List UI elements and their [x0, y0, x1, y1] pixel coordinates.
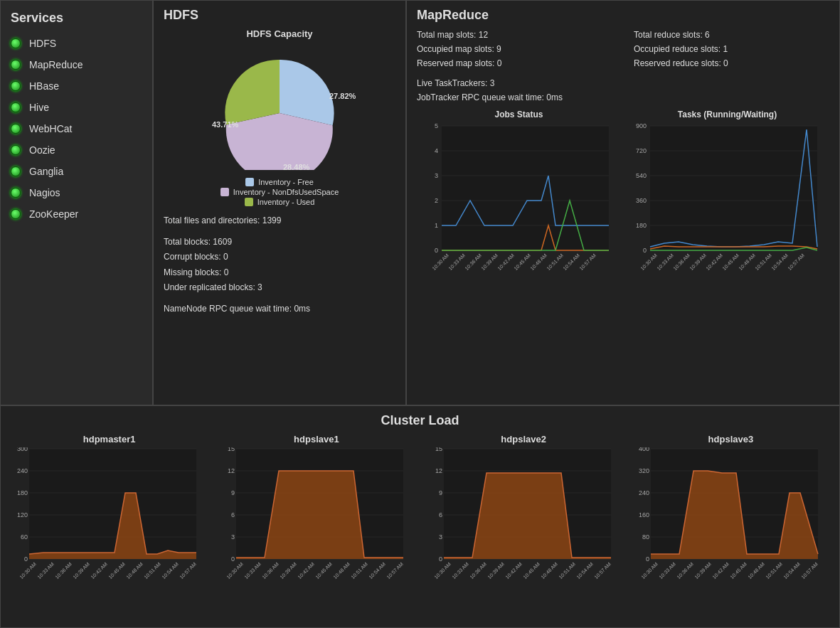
hdfs-pie-chart: 27.82% 43.71% 28.48% — [191, 42, 368, 170]
svg-text:10:30 AM: 10:30 AM — [18, 561, 37, 580]
sidebar-item-hdfs[interactable]: HDFS — [1, 33, 152, 54]
svg-text:10:30 AM: 10:30 AM — [433, 561, 452, 580]
sidebar-label-hdfs: HDFS — [29, 38, 56, 49]
mr-stat-total-reduce: Total reduce slots: 6 — [634, 28, 829, 41]
mr-stat-res-map: Reserved map slots: 0 — [417, 57, 612, 70]
hdfs-stat-files: Total files and directories: 1399 — [164, 213, 395, 229]
hdfs-stat-blocks: Total blocks: 1609 — [164, 235, 395, 250]
svg-text:180: 180 — [636, 222, 647, 229]
sidebar-item-oozie[interactable]: Oozie — [1, 139, 152, 161]
svg-text:10:45 AM: 10:45 AM — [315, 561, 334, 580]
svg-text:10:48 AM: 10:48 AM — [529, 252, 548, 271]
svg-text:9: 9 — [231, 489, 235, 496]
svg-text:10:36 AM: 10:36 AM — [469, 561, 487, 580]
svg-text:400: 400 — [639, 447, 649, 452]
svg-text:6: 6 — [438, 511, 442, 518]
svg-text:540: 540 — [636, 172, 647, 179]
svg-text:10:39 AM: 10:39 AM — [689, 252, 707, 271]
svg-text:10:54 AM: 10:54 AM — [562, 252, 580, 271]
sidebar-item-hbase[interactable]: HBase — [1, 75, 152, 97]
cluster-chart-hdpslave2: hdpslave2 15 12 9 6 3 0 — [422, 434, 625, 588]
hdfs-panel: HDFS HDFS Capacity — [153, 0, 406, 405]
status-dot-oozie — [11, 145, 21, 155]
hdfs-stat-missing: Missing blocks: 0 — [164, 265, 395, 281]
svg-text:10:30 AM: 10:30 AM — [640, 561, 659, 580]
svg-text:10:57 AM: 10:57 AM — [386, 561, 405, 580]
svg-text:10:30 AM: 10:30 AM — [431, 252, 450, 271]
mr-stat-occ-map: Occupied map slots: 9 — [417, 43, 612, 55]
svg-text:10:36 AM: 10:36 AM — [262, 561, 280, 580]
svg-text:10:57 AM: 10:57 AM — [787, 252, 805, 271]
svg-text:3: 3 — [435, 172, 438, 179]
svg-text:10:57 AM: 10:57 AM — [179, 561, 197, 580]
hdfs-legend: Inventory - Free Inventory - NonDfsUsedS… — [164, 178, 395, 206]
svg-text:10:48 AM: 10:48 AM — [738, 252, 756, 271]
hdfs-chart-title: HDFS Capacity — [164, 28, 395, 39]
tasks-chart-box: Tasks (Running/Waiting) 900 720 540 — [625, 110, 829, 281]
svg-text:0: 0 — [231, 555, 235, 563]
status-dot-nagios — [11, 188, 21, 198]
svg-text:10:48 AM: 10:48 AM — [540, 561, 558, 580]
svg-text:10:36 AM: 10:36 AM — [54, 561, 73, 580]
svg-text:1: 1 — [435, 222, 438, 229]
svg-text:10:54 AM: 10:54 AM — [782, 561, 801, 580]
svg-text:10:51 AM: 10:51 AM — [143, 561, 161, 580]
svg-rect-44 — [29, 449, 196, 559]
legend-label-nondfs: Inventory - NonDfsUsedSpace — [233, 188, 339, 196]
svg-text:10:33 AM: 10:33 AM — [658, 561, 676, 580]
svg-text:10:39 AM: 10:39 AM — [480, 252, 499, 271]
svg-text:10:33 AM: 10:33 AM — [244, 561, 262, 580]
svg-text:10:45 AM: 10:45 AM — [522, 561, 541, 580]
svg-text:300: 300 — [17, 447, 28, 452]
hdfs-stat-rpc: NameNode RPC queue wait time: 0ms — [164, 302, 395, 317]
sidebar-item-zookeeper[interactable]: ZooKeeper — [1, 203, 152, 225]
hdfs-pie-container: 27.82% 43.71% 28.48% — [191, 42, 368, 172]
hdpslave3-chart: 400 320 240 160 80 0 10:30 AM 10:33 AM 1… — [629, 447, 822, 586]
svg-text:720: 720 — [636, 147, 647, 154]
hdfs-stat-underreplicated: Under replicated blocks: 3 — [164, 280, 395, 296]
svg-text:15: 15 — [228, 447, 235, 452]
svg-text:10:39 AM: 10:39 AM — [693, 561, 712, 580]
svg-text:10:51 AM: 10:51 AM — [558, 561, 576, 580]
hdpslave2-chart: 15 12 9 6 3 0 10:30 AM 10:33 AM 10:36 AM… — [422, 447, 615, 586]
legend-color-used — [245, 198, 253, 206]
svg-text:180: 180 — [17, 489, 28, 496]
svg-text:10:57 AM: 10:57 AM — [593, 561, 612, 580]
hdfs-stat-corrupt: Corrupt blocks: 0 — [164, 250, 395, 265]
pie-label-used: 28.48% — [283, 163, 310, 170]
svg-text:10:48 AM: 10:48 AM — [333, 561, 351, 580]
svg-text:6: 6 — [231, 511, 235, 518]
svg-text:10:36 AM: 10:36 AM — [672, 252, 691, 271]
sidebar-label-zookeeper: ZooKeeper — [29, 208, 78, 220]
svg-text:10:42 AM: 10:42 AM — [711, 561, 730, 580]
hdpslave3-title: hdpslave3 — [629, 434, 832, 445]
sidebar-item-webhcat[interactable]: WebHCat — [1, 118, 152, 139]
sidebar-item-nagios[interactable]: Nagios — [1, 182, 152, 203]
sidebar-item-ganglia[interactable]: Ganglia — [1, 161, 152, 182]
legend-item-nondfs: Inventory - NonDfsUsedSpace — [220, 188, 339, 196]
mr-stat-res-reduce: Reserved reduce slots: 0 — [634, 57, 829, 70]
svg-text:10:45 AM: 10:45 AM — [107, 561, 126, 580]
hdpslave2-title: hdpslave2 — [422, 434, 625, 445]
svg-text:10:45 AM: 10:45 AM — [721, 252, 740, 271]
svg-text:10:42 AM: 10:42 AM — [504, 561, 523, 580]
mr-stat-occ-reduce: Occupied reduce slots: 1 — [634, 43, 829, 55]
status-dot-zookeeper — [11, 209, 21, 219]
svg-text:240: 240 — [17, 467, 28, 474]
sidebar-item-mapreduce[interactable]: MapReduce — [1, 54, 152, 75]
hdpmaster1-chart: 300 240 180 120 60 0 10:30 AM 10:33 AM — [8, 447, 200, 586]
svg-text:120: 120 — [17, 511, 28, 518]
mr-stat-total-map: Total map slots: 12 — [417, 28, 612, 41]
svg-text:15: 15 — [435, 447, 442, 452]
svg-text:4: 4 — [435, 147, 438, 154]
sidebar-item-hive[interactable]: Hive — [1, 97, 152, 118]
legend-color-nondfs — [220, 188, 229, 196]
svg-text:5: 5 — [435, 122, 438, 129]
svg-text:9: 9 — [438, 489, 442, 496]
svg-text:0: 0 — [435, 247, 438, 254]
sidebar-label-nagios: Nagios — [29, 187, 60, 198]
pie-label-free: 27.82% — [329, 92, 356, 100]
legend-item-free: Inventory - Free — [245, 178, 314, 186]
tasks-chart-title: Tasks (Running/Waiting) — [625, 110, 829, 119]
svg-text:10:39 AM: 10:39 AM — [72, 561, 90, 580]
